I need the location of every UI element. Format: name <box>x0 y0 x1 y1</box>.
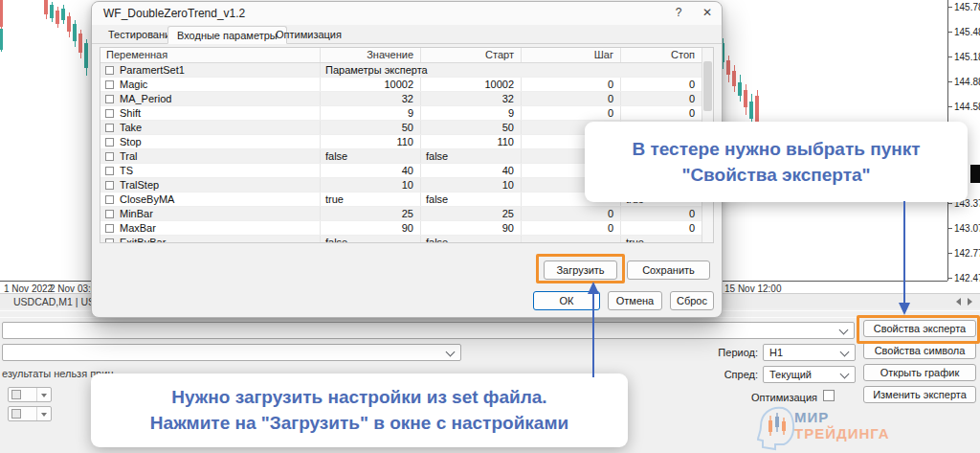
row-checkbox[interactable] <box>105 224 114 233</box>
param-step[interactable]: 0 <box>522 92 621 105</box>
param-row-ParamertSet1[interactable]: ParamertSet1Параметры эксперта <box>100 63 713 78</box>
param-row-MA_Period[interactable]: MA_Period323200 <box>100 92 713 106</box>
close-icon[interactable]: ✕ <box>698 6 717 21</box>
param-row-ExitByBar[interactable]: ExitByBarfalsefalsetrue <box>100 236 713 243</box>
price-tick <box>947 57 952 57</box>
candle-body <box>73 24 77 41</box>
candle-body <box>0 29 3 50</box>
param-start[interactable]: 50 <box>421 121 522 134</box>
row-checkbox[interactable] <box>105 80 114 89</box>
param-row-MaxBar[interactable]: MaxBar909000 <box>100 221 713 236</box>
param-stop[interactable]: 0 <box>621 106 702 120</box>
report-dropdown[interactable] <box>8 387 52 402</box>
row-checkbox[interactable] <box>105 152 114 161</box>
save-button[interactable]: Сохранить <box>627 260 710 280</box>
spread-value: Текущий <box>769 369 812 380</box>
document-icon <box>11 409 21 419</box>
tab-optimization[interactable]: Оптимизация <box>267 26 350 44</box>
param-start[interactable]: false <box>421 236 522 243</box>
param-value[interactable]: 10 <box>321 178 421 192</box>
param-start[interactable]: false <box>421 193 522 206</box>
metatrader-window: 145.780145.480145.180144.880144.580143.3… <box>0 0 980 453</box>
price-tick <box>947 81 952 82</box>
row-checkbox[interactable] <box>105 124 114 132</box>
param-value[interactable]: 50 <box>321 121 421 134</box>
param-start[interactable]: 90 <box>421 221 522 235</box>
candle-body <box>50 5 54 18</box>
param-start[interactable]: 10002 <box>421 78 522 91</box>
param-step[interactable] <box>522 236 621 243</box>
cancel-button[interactable]: Отмена <box>608 291 662 310</box>
help-button[interactable]: ? <box>669 6 688 21</box>
param-step[interactable]: 0 <box>522 207 621 220</box>
modify-expert-button[interactable]: Изменить эксперта <box>863 386 976 403</box>
expert-advisor-dropdown[interactable] <box>2 322 855 339</box>
col-variable: Переменная <box>100 48 321 62</box>
param-value[interactable]: 40 <box>321 164 421 177</box>
param-value[interactable]: 25 <box>321 207 421 220</box>
logo-text-trading: ТРЕЙДИНГА <box>794 425 890 442</box>
price-tick <box>947 228 952 229</box>
scroll-right-icon[interactable] <box>968 298 972 306</box>
param-value[interactable]: 90 <box>321 221 421 235</box>
scroll-left-icon[interactable] <box>956 298 961 306</box>
open-chart-button[interactable]: Открыть график <box>863 364 976 381</box>
param-name: MaxBar <box>120 221 156 235</box>
param-value[interactable]: 110 <box>321 135 421 148</box>
param-start[interactable]: 32 <box>421 92 522 105</box>
dialog-titlebar[interactable]: WF_DoubleZeroTrend_v1.2 ? ✕ <box>92 2 722 25</box>
param-step[interactable]: 0 <box>522 221 621 235</box>
param-start[interactable]: 10 <box>421 178 522 192</box>
row-checkbox[interactable] <box>105 138 114 147</box>
param-name: Shift <box>120 106 141 120</box>
price-tick <box>947 253 952 254</box>
scrollbar-thumb[interactable] <box>703 61 712 111</box>
param-stop[interactable]: 0 <box>621 221 702 235</box>
row-checkbox[interactable] <box>105 238 114 244</box>
col-stop: Стоп <box>621 48 702 62</box>
price-label: 143.075 <box>954 223 980 234</box>
param-start[interactable]: 9 <box>421 106 522 120</box>
param-value[interactable]: 32 <box>321 92 421 105</box>
param-value[interactable]: 10002 <box>321 78 421 91</box>
optimization-checkbox[interactable] <box>823 390 835 401</box>
callout-text: "Свойства эксперта" <box>681 165 870 186</box>
candle-body <box>726 60 730 75</box>
symbol-properties-button[interactable]: Свойства символа <box>863 342 976 359</box>
reset-button[interactable]: Сброс <box>670 291 714 310</box>
row-checkbox[interactable] <box>105 167 114 175</box>
param-start[interactable]: 25 <box>421 207 522 220</box>
current-price-marker <box>970 165 980 183</box>
symbol-dropdown[interactable] <box>2 344 461 361</box>
row-checkbox[interactable] <box>105 66 114 75</box>
param-start[interactable]: 40 <box>421 164 522 177</box>
param-name: Magic <box>120 78 147 91</box>
spread-dropdown[interactable]: Текущий <box>763 366 856 383</box>
row-checkbox[interactable] <box>105 210 114 218</box>
row-checkbox[interactable] <box>105 109 114 118</box>
candle-body <box>61 9 65 20</box>
period-dropdown[interactable]: H1 <box>763 344 856 361</box>
dropdown-arrow-icon <box>41 413 47 417</box>
param-start[interactable]: false <box>421 149 522 163</box>
param-stop[interactable]: true <box>621 236 702 243</box>
param-row-Magic[interactable]: Magic100021000200 <box>100 78 713 92</box>
param-stop[interactable]: 0 <box>621 78 702 91</box>
param-value[interactable]: 9 <box>321 106 421 120</box>
param-value[interactable]: false <box>321 236 421 243</box>
param-start[interactable]: 110 <box>421 135 522 148</box>
row-checkbox[interactable] <box>105 181 114 190</box>
param-stop[interactable]: 0 <box>621 207 702 220</box>
param-stop[interactable]: 0 <box>621 92 702 105</box>
highlight-expert-properties <box>857 315 980 344</box>
param-row-Shift[interactable]: Shift9900 <box>100 106 713 121</box>
param-name: Tral <box>120 149 138 163</box>
param-value[interactable]: true <box>321 193 421 206</box>
row-checkbox[interactable] <box>105 95 114 103</box>
param-row-MinBar[interactable]: MinBar252500 <box>100 207 713 221</box>
param-value[interactable]: false <box>321 149 421 163</box>
report-dropdown[interactable] <box>8 406 52 421</box>
param-step[interactable]: 0 <box>522 78 621 91</box>
param-step[interactable]: 0 <box>522 106 621 120</box>
row-checkbox[interactable] <box>105 195 114 204</box>
